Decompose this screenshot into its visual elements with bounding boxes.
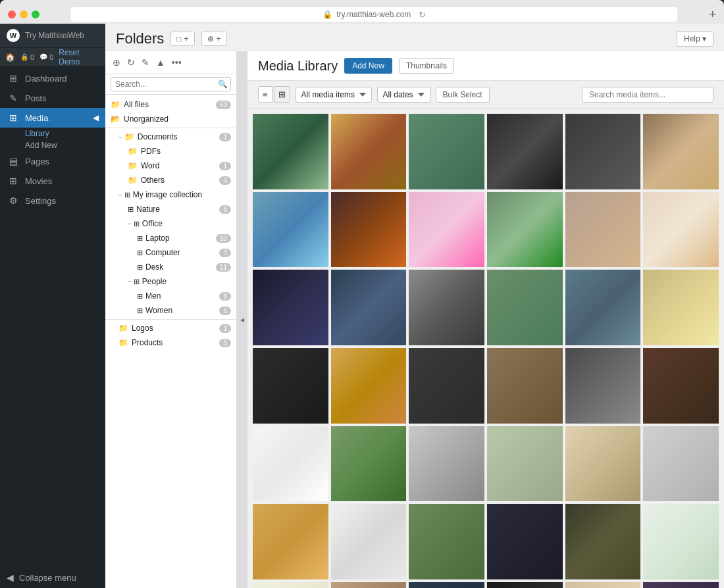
folder-item-unorganized[interactable]: 📂 Unorganized bbox=[105, 112, 236, 126]
site-name[interactable]: Try MatthiasWeb bbox=[25, 31, 84, 40]
grid-item[interactable] bbox=[643, 426, 719, 502]
grid-item[interactable] bbox=[643, 348, 719, 424]
new-media-label: + bbox=[217, 34, 221, 43]
grid-item[interactable] bbox=[409, 504, 484, 579]
grid-item[interactable] bbox=[643, 270, 719, 345]
new-media-button[interactable]: ⊕ + bbox=[201, 32, 227, 46]
folder-item-others[interactable]: 📁 Others 4 bbox=[105, 173, 236, 187]
refresh-folders-btn[interactable]: ↻ bbox=[125, 55, 137, 70]
media-thumbnail bbox=[487, 582, 563, 588]
folder-item-people[interactable]: − ⊞ People bbox=[105, 274, 236, 289]
grid-item[interactable] bbox=[331, 192, 407, 268]
sidebar-item-library[interactable]: Library bbox=[0, 128, 105, 139]
sidebar-item-pages[interactable]: ▤ Pages bbox=[0, 151, 105, 171]
grid-item[interactable] bbox=[643, 114, 719, 189]
media-thumbnail bbox=[565, 348, 641, 424]
sidebar-item-media[interactable]: ⊞ Media ◀ bbox=[0, 108, 105, 128]
url-display: try.matthias-web.com bbox=[336, 10, 411, 19]
grid-item[interactable] bbox=[253, 426, 328, 502]
folder-item-products[interactable]: 📁 Products 5 bbox=[105, 335, 236, 350]
grid-item[interactable] bbox=[409, 582, 484, 588]
grid-item[interactable] bbox=[487, 114, 563, 189]
folder-item-men[interactable]: ⊞ Men 8 bbox=[105, 289, 236, 303]
grid-item[interactable] bbox=[331, 426, 407, 502]
grid-item[interactable] bbox=[253, 504, 328, 579]
folder-item-office[interactable]: − ⊞ Office bbox=[105, 216, 236, 231]
grid-item[interactable] bbox=[331, 582, 407, 588]
grid-item[interactable] bbox=[253, 348, 328, 424]
grid-item[interactable] bbox=[409, 270, 484, 345]
grid-item[interactable] bbox=[253, 270, 328, 345]
grid-item[interactable] bbox=[487, 582, 563, 588]
grid-item[interactable] bbox=[643, 192, 719, 268]
grid-item[interactable] bbox=[487, 348, 563, 424]
folder-item-nature[interactable]: ⊞ Nature 6 bbox=[105, 202, 236, 216]
folder-item-logos[interactable]: 📁 Logos 1 bbox=[105, 321, 236, 335]
folder-item-desk[interactable]: ⊞ Desk 11 bbox=[105, 260, 236, 274]
grid-view-button[interactable]: ⊞ bbox=[274, 86, 290, 103]
grid-item[interactable] bbox=[565, 426, 641, 502]
grid-item[interactable] bbox=[253, 114, 328, 189]
new-folder-button[interactable]: □ + bbox=[170, 32, 194, 46]
folder-item-documents[interactable]: − 📁 Documents 1 bbox=[105, 130, 236, 144]
reset-demo-link[interactable]: Reset Demo bbox=[59, 48, 100, 66]
browser-chrome: 🔒 try.matthias-web.com ↻ + bbox=[0, 0, 724, 24]
list-view-button[interactable]: ≡ bbox=[258, 86, 272, 103]
sidebar-item-add-new[interactable]: Add New bbox=[0, 139, 105, 151]
maximize-button[interactable] bbox=[32, 11, 39, 18]
folder-search-input[interactable] bbox=[111, 77, 231, 91]
folder-item-word[interactable]: 📁 Word 1 bbox=[105, 159, 236, 173]
grid-item[interactable] bbox=[331, 504, 407, 579]
grid-item[interactable] bbox=[643, 582, 719, 588]
sidebar-item-posts[interactable]: ✎ Posts bbox=[0, 88, 105, 108]
folder-item-laptop[interactable]: ⊞ Laptop 10 bbox=[105, 231, 236, 245]
bulk-select-button[interactable]: Bulk Select bbox=[436, 87, 490, 103]
grid-item[interactable] bbox=[331, 114, 407, 189]
grid-item[interactable] bbox=[565, 582, 641, 588]
folder-item-women[interactable]: ⊞ Women 6 bbox=[105, 303, 236, 318]
address-bar[interactable]: 🔒 try.matthias-web.com ↻ bbox=[71, 7, 677, 22]
refresh-icon[interactable]: ↻ bbox=[419, 10, 426, 20]
panel-collapse-arrow[interactable]: ◀ bbox=[237, 51, 247, 588]
grid-item[interactable] bbox=[331, 270, 407, 345]
grid-item[interactable] bbox=[487, 192, 563, 268]
grid-item[interactable] bbox=[565, 192, 641, 268]
grid-item[interactable] bbox=[565, 270, 641, 345]
close-button[interactable] bbox=[8, 11, 16, 18]
grid-item[interactable] bbox=[331, 348, 407, 424]
folder-item-my-image-collection[interactable]: − ⊞ My image collection bbox=[105, 187, 236, 202]
grid-item[interactable] bbox=[409, 114, 484, 189]
help-button[interactable]: Help ▾ bbox=[677, 31, 713, 47]
date-filter[interactable]: All dates bbox=[377, 87, 430, 103]
grid-item[interactable] bbox=[487, 504, 563, 579]
grid-item[interactable] bbox=[643, 504, 719, 579]
grid-item[interactable] bbox=[565, 348, 641, 424]
media-search-input[interactable] bbox=[582, 87, 713, 103]
minimize-button[interactable] bbox=[20, 11, 28, 18]
edit-folder-btn[interactable]: ✎ bbox=[140, 55, 151, 70]
add-new-button[interactable]: Add New bbox=[344, 58, 392, 74]
thumbnails-button[interactable]: Thumbnails bbox=[399, 58, 454, 74]
sidebar-item-settings[interactable]: ⚙ Settings bbox=[0, 191, 105, 210]
grid-item[interactable] bbox=[565, 114, 641, 189]
folders-panel: ⊕ ↻ ✎ ▲ ••• 🔍 📁 All files bbox=[105, 51, 237, 588]
folder-item-all-files[interactable]: 📁 All files 63 bbox=[105, 97, 236, 112]
more-options-btn[interactable]: ••• bbox=[170, 55, 184, 70]
media-type-filter[interactable]: All media items bbox=[296, 87, 372, 103]
grid-item[interactable] bbox=[253, 582, 328, 588]
move-up-btn[interactable]: ▲ bbox=[154, 55, 167, 70]
grid-item[interactable] bbox=[487, 270, 563, 345]
folder-item-computer[interactable]: ⊞ Computer 7 bbox=[105, 245, 236, 260]
grid-item[interactable] bbox=[487, 426, 563, 502]
add-folder-icon-btn[interactable]: ⊕ bbox=[111, 55, 122, 70]
grid-item[interactable] bbox=[565, 504, 641, 579]
sidebar-item-movies[interactable]: ⊞ Movies bbox=[0, 171, 105, 191]
grid-item[interactable] bbox=[409, 348, 484, 424]
grid-item[interactable] bbox=[409, 192, 484, 268]
new-tab-button[interactable]: + bbox=[709, 9, 716, 20]
sidebar-item-dashboard[interactable]: ⊞ Dashboard bbox=[0, 68, 105, 88]
grid-item[interactable] bbox=[253, 192, 328, 268]
folder-item-pdfs[interactable]: 📁 PDFs bbox=[105, 144, 236, 159]
collapse-menu-button[interactable]: ◀ Collapse menu bbox=[0, 567, 105, 588]
grid-item[interactable] bbox=[409, 426, 484, 502]
